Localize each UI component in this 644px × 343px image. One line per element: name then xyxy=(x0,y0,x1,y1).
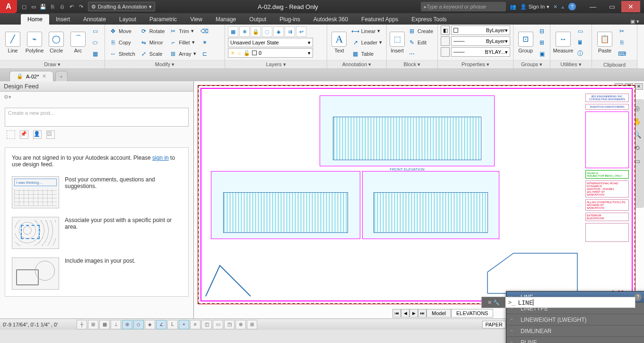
sb-3dosnap-icon[interactable]: ◈ xyxy=(145,320,155,329)
sb-ortho-icon[interactable]: ⊥ xyxy=(111,320,121,329)
linetype-dropdown[interactable]: ───ByLayer ▾ xyxy=(451,36,510,46)
layer-prev-icon[interactable]: ↩ xyxy=(296,26,306,37)
autocomplete-item[interactable]: ⌁PLINE xyxy=(506,337,644,343)
feed-settings-icon[interactable]: ⚙▾ xyxy=(4,94,13,103)
viewport-right-elevation[interactable] xyxy=(211,171,360,239)
layer-state-dropdown[interactable]: Unsaved Layer State▾ xyxy=(228,38,313,47)
tab-manage[interactable]: Manage xyxy=(209,14,243,25)
qat-saveas-icon[interactable]: ⎘ xyxy=(48,2,57,11)
lineweight-icon[interactable] xyxy=(441,47,450,57)
match-props-icon[interactable]: ◧ xyxy=(441,26,450,35)
sb-infer-icon[interactable]: ┼ xyxy=(77,320,87,329)
table-tool[interactable]: ▦Table xyxy=(350,49,383,59)
leader-tool[interactable]: ↗Leader ▾ xyxy=(350,37,383,48)
qat-new-icon[interactable]: ▢ xyxy=(20,2,28,11)
ribbon-minimize-icon[interactable]: ▣ ▾ xyxy=(630,18,644,25)
ungroup-tool[interactable]: ⊟ xyxy=(537,26,547,36)
scale-tool[interactable]: ⤢Scale xyxy=(139,49,166,59)
sb-dyn-icon[interactable]: + xyxy=(179,320,189,329)
sb-snap-icon[interactable]: ⊞ xyxy=(88,320,98,329)
window-maximize-button[interactable]: ▭ xyxy=(602,1,621,12)
layout-tab-model[interactable]: Model xyxy=(426,309,451,317)
edit-attr-tool[interactable]: ⋯ xyxy=(407,49,435,59)
create-post-input[interactable]: Create a new post... xyxy=(5,108,189,127)
sb-osnap-icon[interactable]: ◇ xyxy=(133,320,144,329)
circle-tool[interactable]: ◯Circle xyxy=(46,32,66,53)
qat-save-icon[interactable]: 💾 xyxy=(39,2,47,11)
tab-layout[interactable]: Layout xyxy=(113,14,143,25)
layout-tab-elevations[interactable]: ELEVATIONS xyxy=(451,309,493,317)
stretch-tool[interactable]: ↔Stretch xyxy=(108,49,137,59)
select-tool[interactable]: ▭ xyxy=(575,26,585,36)
tab-featured-apps[interactable]: Featured Apps xyxy=(355,14,405,25)
sb-tpy-icon[interactable]: ◫ xyxy=(201,320,212,329)
qat-open-icon[interactable]: ▭ xyxy=(29,2,38,11)
layer-off-icon[interactable]: ◌ xyxy=(262,26,272,37)
drawing-canvas[interactable]: — ❐ ✕ ◎ ✋ 🔍 ⟲ ▭ FRONT ELEVATION xyxy=(194,81,644,318)
panel-title-block[interactable]: Block ▾ xyxy=(387,60,437,69)
post-people-icon[interactable]: 👤 xyxy=(33,130,42,139)
document-tab[interactable]: 🔒 A-02* ✕ xyxy=(9,71,53,81)
close-tab-icon[interactable]: ✕ xyxy=(42,73,46,79)
tab-parametric[interactable]: Parametric xyxy=(143,14,183,25)
edit-block-tool[interactable]: ✎Edit xyxy=(407,37,435,48)
sb-ducs-icon[interactable]: L xyxy=(167,320,178,329)
panel-title-layers[interactable]: Layers ▾ xyxy=(225,60,327,69)
panel-title-properties[interactable]: Properties ▾ xyxy=(438,60,513,69)
copyclip-tool[interactable]: ⎘ xyxy=(617,37,627,48)
offset-tool[interactable]: ⊏ xyxy=(200,49,210,59)
line-tool[interactable]: ╱Line xyxy=(3,32,23,53)
tab-express-tools[interactable]: Express Tools xyxy=(405,14,453,25)
autocomplete-item[interactable]: ⌁DIMLINEAR xyxy=(506,326,644,337)
sb-otrack-icon[interactable]: ∠ xyxy=(156,320,166,329)
layout-tab-nav[interactable]: ⏮◀▶⏭ xyxy=(392,309,426,317)
exchange-icon[interactable]: ✕ xyxy=(553,4,557,10)
insert-block-tool[interactable]: ⬚Insert xyxy=(390,32,405,53)
sb-tb-icon[interactable]: ⊞ xyxy=(247,320,257,329)
id-tool[interactable]: ⓘ xyxy=(575,49,585,59)
post-select-icon[interactable] xyxy=(7,130,15,139)
matchprops-tool[interactable]: ⌨ xyxy=(617,49,627,59)
rotate-tool[interactable]: ⟳Rotate xyxy=(139,26,166,36)
window-close-button[interactable]: ✕ xyxy=(621,1,640,12)
trim-tool[interactable]: ✂Trim▾ xyxy=(168,26,197,36)
autocomplete-item[interactable]: ⌁LINEWEIGHT (LWEIGHT) xyxy=(506,314,644,326)
search-icon[interactable]: 👥 xyxy=(510,4,516,10)
qat-plot-icon[interactable]: ⎙ xyxy=(58,2,66,11)
panel-title-clipboard[interactable]: Clipboard xyxy=(592,60,637,69)
mdi-close-icon[interactable]: ✕ xyxy=(635,83,643,90)
tab-annotate[interactable]: Annotate xyxy=(77,14,113,25)
new-tab-button[interactable]: + xyxy=(55,71,68,81)
layer-iso-icon[interactable]: ◈ xyxy=(273,26,284,37)
app-menu-button[interactable]: A xyxy=(0,0,17,13)
rectangle-tool[interactable]: ▭ xyxy=(90,26,100,36)
tab-view[interactable]: View xyxy=(183,14,209,25)
panel-title-draw[interactable]: Draw ▾ xyxy=(0,60,104,69)
panel-title-modify[interactable]: Modify ▾ xyxy=(105,60,225,69)
tab-autodesk360[interactable]: Autodesk 360 xyxy=(307,14,355,25)
fillet-tool[interactable]: ⌐Fillet▾ xyxy=(168,37,197,48)
viewport-left-elevation[interactable] xyxy=(362,171,499,239)
sign-in-button[interactable]: 👤 Sign In ▾ xyxy=(520,4,549,10)
create-block-tool[interactable]: ⊞Create xyxy=(407,26,435,36)
sb-lwt-icon[interactable]: ≡ xyxy=(190,320,200,329)
qat-redo-icon[interactable]: ↷ xyxy=(77,2,85,11)
sb-sc-icon[interactable]: ◳ xyxy=(224,320,235,329)
sign-in-link[interactable]: sign in xyxy=(152,154,169,161)
post-image-icon[interactable]: 🖼 xyxy=(46,130,55,139)
hatch-tool[interactable]: ▦ xyxy=(90,49,100,59)
group-bbox-tool[interactable]: ▣ xyxy=(537,49,547,59)
copy-tool[interactable]: ⎘Copy xyxy=(108,37,137,48)
panel-title-groups[interactable]: Groups ▾ xyxy=(513,60,550,69)
layer-match-icon[interactable]: ⇉ xyxy=(285,26,295,37)
tab-insert[interactable]: Insert xyxy=(49,14,77,25)
move-tool[interactable]: ✥Move xyxy=(108,26,137,36)
layer-lock-icon[interactable]: 🔒 xyxy=(251,26,261,37)
viewport-front-elevation[interactable]: FRONT ELEVATION xyxy=(320,95,495,166)
group-tool[interactable]: ⊡Group xyxy=(516,32,535,53)
command-line-handle[interactable]: ✕🔧 xyxy=(482,297,505,308)
panel-title-annotation[interactable]: Annotation ▾ xyxy=(327,60,386,69)
layer-freeze-icon[interactable]: ❄ xyxy=(239,26,250,37)
layer-props-icon[interactable]: ▦ xyxy=(228,26,238,37)
linetype-icon[interactable] xyxy=(441,36,450,46)
